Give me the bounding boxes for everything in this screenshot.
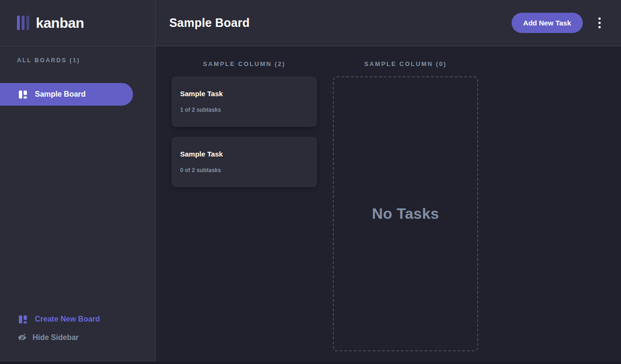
board-column-1: SAMPLE COLUMN (2) Sample Task 1 of 2 sub… (172, 61, 317, 351)
app-logo: kanban (0, 0, 155, 46)
no-tasks-label: No Tasks (372, 205, 439, 223)
board-item-label: Sample Board (35, 90, 86, 99)
page-title: Sample Board (169, 16, 250, 30)
task-card[interactable]: Sample Task 0 of 2 subtasks (172, 137, 317, 187)
task-title: Sample Task (180, 149, 308, 159)
board-icon (19, 91, 27, 99)
eye-slash-icon (17, 333, 27, 342)
header-bar: Sample Board Add New Task (156, 0, 621, 46)
all-boards-heading: ALL BOARDS (1) (0, 57, 155, 64)
board-canvas: SAMPLE COLUMN (2) Sample Task 1 of 2 sub… (156, 46, 621, 364)
horizontal-scrollbar-track[interactable] (0, 362, 621, 364)
task-card[interactable]: Sample Task 1 of 2 subtasks (172, 76, 317, 127)
column-title: SAMPLE COLUMN (2) (172, 61, 317, 67)
hide-sidebar-label: Hide Sidebar (33, 333, 79, 342)
boards-nav: ALL BOARDS (1) Sample Board (0, 46, 155, 106)
app-logo-text: kanban (36, 15, 84, 31)
add-new-task-button[interactable]: Add New Task (512, 13, 583, 33)
create-new-board-button[interactable]: Create New Board (0, 314, 155, 324)
sidebar-footer: Create New Board Hide Sidebar (0, 314, 155, 364)
create-new-board-label: Create New Board (35, 315, 100, 323)
task-subtasks-count: 1 of 2 subtasks (180, 106, 308, 114)
sidebar: kanban ALL BOARDS (1) Sample Board (0, 0, 156, 364)
main-area: Sample Board Add New Task SAMPLE COLUMN … (156, 0, 621, 364)
empty-column-dropzone[interactable]: No Tasks (333, 76, 478, 351)
task-title: Sample Task (180, 89, 308, 99)
kanban-app: kanban ALL BOARDS (1) Sample Board (0, 0, 621, 364)
column-title: SAMPLE COLUMN (0) (333, 61, 478, 67)
board-icon (19, 315, 27, 323)
header-actions: Add New Task (512, 13, 602, 33)
board-column-2: SAMPLE COLUMN (0) No Tasks (333, 61, 478, 351)
sidebar-item-sample-board[interactable]: Sample Board (0, 83, 133, 106)
kebab-menu-icon[interactable] (597, 16, 602, 30)
hide-sidebar-button[interactable]: Hide Sidebar (0, 333, 155, 342)
kanban-logo-bars-icon (17, 16, 29, 30)
task-subtasks-count: 0 of 2 subtasks (180, 166, 308, 174)
